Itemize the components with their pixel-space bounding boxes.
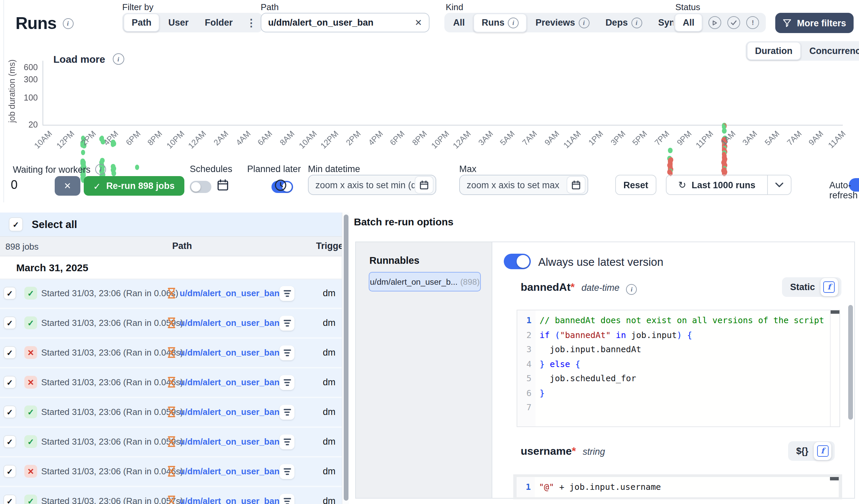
- table-row[interactable]: ✓ ✓ Started 31/03, 23:06 (Ran in 0.057s)…: [0, 487, 342, 504]
- row-checkbox[interactable]: ✓: [4, 406, 16, 418]
- runnable-chip[interactable]: u/dm/alert_on_user_b... (898): [369, 272, 481, 292]
- runs-rows: ✓ ✓ Started 31/03, 23:06 (Ran in 0.06s) …: [0, 279, 342, 504]
- filter-by-path-button[interactable]: [280, 405, 295, 420]
- hourglass-icon: [167, 377, 176, 388]
- runs-range-dropdown[interactable]: [767, 175, 792, 195]
- run-started-text: Started 31/03, 23:06 (Ran in 0.046s): [41, 466, 183, 476]
- min-datetime-label: Min datetime: [308, 164, 360, 174]
- trigger-kind: dm: [323, 496, 336, 504]
- mode-function-button[interactable]: f: [820, 278, 838, 296]
- cancel-selection-button[interactable]: ✕: [55, 176, 80, 196]
- minimap-slider[interactable]: [830, 477, 839, 480]
- min-calendar-button[interactable]: [415, 176, 434, 194]
- filter-by-path-button[interactable]: [280, 494, 295, 504]
- max-datetime-input[interactable]: zoom x axis to set max: [459, 175, 588, 195]
- filter-by-path-button[interactable]: [280, 464, 295, 479]
- status-badge: ✓: [24, 316, 37, 329]
- run-path-link[interactable]: u/dm/alert_on_user_ban: [180, 318, 280, 328]
- trigger-kind: dm: [323, 318, 336, 328]
- check-icon: ✓: [93, 180, 101, 191]
- schedules-label: Schedules: [190, 164, 232, 174]
- run-path-link[interactable]: u/dm/alert_on_user_ban: [180, 407, 280, 417]
- run-path-link[interactable]: u/dm/alert_on_user_ban: [180, 377, 280, 387]
- schedules-toggle[interactable]: [190, 181, 211, 193]
- status-badge: ✓: [24, 435, 37, 448]
- table-row[interactable]: ✓ ✓ Started 31/03, 23:06 (Ran in 0.06s) …: [0, 279, 342, 309]
- row-checkbox[interactable]: ✓: [4, 436, 16, 447]
- runnables-panel: Runnables u/dm/alert_on_user_b... (898): [356, 242, 492, 498]
- table-row[interactable]: ✓ ✕ Started 31/03, 23:06 (Ran in 0.048s)…: [0, 339, 342, 368]
- trigger-kind: dm: [323, 288, 336, 298]
- hourglass-icon: [167, 287, 176, 299]
- run-path-link[interactable]: u/dm/alert_on_user_ban: [180, 496, 280, 504]
- trigger-kind: dm: [323, 347, 336, 358]
- table-row[interactable]: ✓ ✕ Started 31/03, 23:06 (Ran in 0.046s)…: [0, 457, 342, 487]
- always-latest-toggle[interactable]: [504, 254, 531, 269]
- row-checkbox[interactable]: ✓: [4, 347, 16, 358]
- minimap-divider: [830, 310, 831, 426]
- run-path-link[interactable]: u/dm/alert_on_user_ban: [180, 466, 280, 476]
- trigger-kind: dm: [323, 437, 336, 447]
- row-checkbox[interactable]: ✓: [4, 495, 16, 504]
- min-datetime-input[interactable]: zoom x axis to set min (dr: [308, 175, 436, 195]
- filter-by-path-button[interactable]: [280, 286, 295, 301]
- mode-template[interactable]: ${}: [796, 446, 808, 456]
- editor-code[interactable]: "@" + job.input.username: [535, 477, 839, 497]
- username-code-editor[interactable]: 1 "@" + job.input.username: [517, 477, 839, 497]
- run-path-link[interactable]: u/dm/alert_on_user_ban: [180, 288, 280, 298]
- run-dot[interactable]: [110, 142, 115, 147]
- table-row[interactable]: ✓ ✓ Started 31/03, 23:06 (Ran in 0.059s)…: [0, 398, 342, 428]
- runs-range-button[interactable]: ↻ Last 1000 runs: [666, 175, 767, 195]
- trigger-kind: dm: [323, 466, 336, 476]
- run-started-text: Started 31/03, 23:06 (Ran in 0.046s): [41, 377, 183, 387]
- filter-by-path-button[interactable]: [280, 345, 295, 360]
- row-checkbox[interactable]: ✓: [4, 466, 16, 477]
- scrollbar-thumb[interactable]: [344, 215, 348, 501]
- table-row[interactable]: ✓ ✓ Started 31/03, 23:06 (Ran in 0.059s)…: [0, 309, 342, 339]
- run-dot[interactable]: [135, 164, 139, 170]
- always-latest-label: Always use latest version: [538, 256, 663, 269]
- run-dot[interactable]: [81, 150, 85, 156]
- runs-list-panel: ✓ Select all 898 jobs Path Trigger March…: [0, 212, 342, 504]
- runs-list-scrollbar[interactable]: [342, 212, 349, 504]
- filter-by-path-button[interactable]: [280, 375, 295, 390]
- column-path: Path: [172, 241, 192, 251]
- hourglass-icon: [167, 495, 176, 504]
- row-checkbox[interactable]: ✓: [4, 377, 16, 388]
- editor-code[interactable]: // bannedAt does not exist on all versio…: [536, 310, 840, 426]
- table-row[interactable]: ✓ ✓ Started 31/03, 23:06 (Ran in 0.059s)…: [0, 428, 342, 457]
- run-path-link[interactable]: u/dm/alert_on_user_ban: [180, 347, 280, 358]
- run-dot[interactable]: [101, 139, 105, 145]
- scatter-points: [0, 0, 859, 161]
- row-checkbox[interactable]: ✓: [4, 287, 16, 299]
- rerun-jobs-button[interactable]: ✓ Re-run 898 jobs: [84, 176, 184, 196]
- calendar-icon: [571, 180, 581, 190]
- filter-by-path-button[interactable]: [280, 316, 295, 331]
- run-path-link[interactable]: u/dm/alert_on_user_ban: [180, 437, 280, 447]
- run-dot[interactable]: [82, 143, 86, 148]
- batch-panel-scrollbar[interactable]: [848, 305, 853, 420]
- run-dot[interactable]: [668, 147, 672, 153]
- field-name: bannedAt*: [521, 281, 575, 294]
- runnable-chip-count: (898): [460, 277, 480, 286]
- status-badge: ✕: [24, 465, 37, 478]
- max-calendar-button[interactable]: [567, 176, 586, 194]
- table-row[interactable]: ✓ ✕ Started 31/03, 23:06 (Ran in 0.046s)…: [0, 368, 342, 398]
- row-checkbox[interactable]: ✓: [4, 317, 16, 329]
- run-started-text: Started 31/03, 23:06 (Ran in 0.059s): [41, 437, 183, 447]
- run-dot[interactable]: [722, 128, 726, 133]
- mode-function-button[interactable]: f: [814, 442, 831, 460]
- banned-at-mode-toggle: Static f: [782, 277, 841, 297]
- reset-button[interactable]: Reset: [615, 175, 657, 195]
- select-all-checkbox[interactable]: ✓: [10, 218, 22, 231]
- function-icon: f: [824, 281, 835, 293]
- mode-static[interactable]: Static: [790, 282, 815, 292]
- column-trigger: Trigger: [316, 241, 342, 251]
- minimap-slider[interactable]: [831, 310, 840, 313]
- run-dot[interactable]: [112, 171, 116, 176]
- select-all-label: Select all: [32, 218, 77, 231]
- banned-at-code-editor[interactable]: 1234567 // bannedAt does not exist on al…: [517, 310, 840, 427]
- field-name: username*: [521, 445, 576, 457]
- filter-by-path-button[interactable]: [280, 435, 295, 450]
- duration-chart: job duration (ms) 600 300 100 20: [0, 59, 859, 161]
